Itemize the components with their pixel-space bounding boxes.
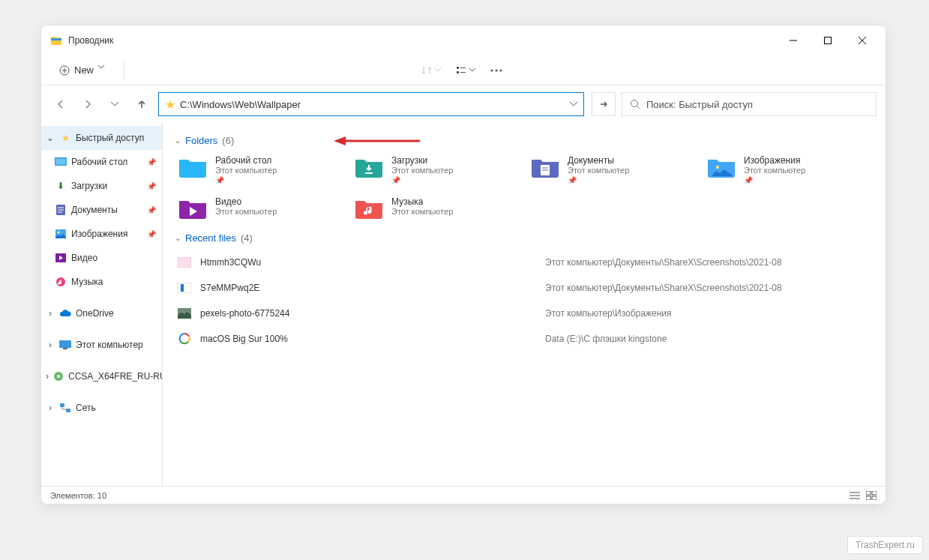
music-icon	[55, 276, 67, 288]
star-icon: ★	[59, 132, 71, 144]
recent-count: (4)	[241, 232, 253, 244]
sort-button[interactable]	[421, 65, 441, 76]
document-icon	[55, 204, 67, 216]
up-button[interactable]	[131, 94, 152, 115]
chevron-right-icon: ›	[46, 403, 55, 413]
chevron-down-icon: ⌄	[175, 234, 181, 242]
minimize-button[interactable]	[776, 28, 811, 52]
svg-rect-37	[178, 257, 191, 268]
folder-documents[interactable]: ДокументыЭтот компьютер📌	[527, 152, 697, 187]
folder-icon	[354, 196, 384, 220]
svg-point-11	[490, 69, 493, 71]
svg-point-14	[631, 100, 638, 107]
svg-rect-8	[457, 71, 459, 73]
sidebar-videos[interactable]: Видео	[41, 246, 162, 270]
svg-rect-39	[181, 284, 184, 292]
recent-header[interactable]: ⌄ Recent files (4)	[175, 232, 874, 244]
sidebar-pictures[interactable]: Изображения 📌	[41, 222, 162, 246]
recent-item[interactable]: macOS Big Sur 100% Data (E:)\С флэшки ki…	[175, 326, 874, 352]
explorer-icon	[50, 34, 62, 46]
sidebar-downloads[interactable]: ⬇ Загрузки 📌	[41, 174, 162, 198]
statusbar: Элементов: 10	[41, 486, 886, 504]
forward-button[interactable]	[77, 94, 98, 115]
view-button[interactable]	[456, 65, 475, 76]
download-icon: ⬇	[55, 180, 67, 192]
sidebar-ccsa[interactable]: › CCSA_X64FRE_RU-RU	[41, 364, 162, 388]
recent-item[interactable]: pexels-photo-6775244 Этот компьютер\Изоб…	[175, 301, 874, 326]
sidebar-item-label: Документы	[71, 205, 118, 215]
recent-locations-button[interactable]	[104, 94, 125, 115]
sidebar-quick-access[interactable]: ⌄ ★ Быстрый доступ	[41, 126, 162, 150]
folder-icon	[706, 155, 736, 179]
sidebar-desktop[interactable]: Рабочий стол 📌	[41, 150, 162, 174]
svg-line-15	[637, 106, 640, 109]
star-icon: ★	[165, 97, 175, 112]
sidebar-item-label: Рабочий стол	[71, 157, 127, 167]
recent-list: Htmmh3CQWu Этот компьютер\Документы\Shar…	[175, 250, 874, 352]
body: ⌄ ★ Быстрый доступ Рабочий стол 📌 ⬇ Загр…	[41, 123, 886, 486]
sidebar-this-pc[interactable]: › Этот компьютер	[41, 333, 162, 357]
svg-rect-38	[178, 283, 191, 293]
folder-icon	[354, 155, 384, 179]
address-dropdown[interactable]	[570, 102, 577, 106]
folder-music[interactable]: МузыкаЭтот компьютер	[351, 193, 521, 223]
navbar: ★	[41, 85, 886, 123]
folder-pictures[interactable]: ИзображенияЭтот компьютер📌	[703, 152, 874, 187]
new-button[interactable]: New	[50, 61, 118, 79]
explorer-window: Проводник New	[41, 25, 886, 504]
folder-videos[interactable]: ВидеоЭтот компьютер	[175, 193, 345, 223]
recent-label: Recent files	[185, 232, 236, 244]
pin-icon: 📌	[147, 182, 156, 190]
sidebar-item-label: Музыка	[71, 277, 103, 287]
sidebar-documents[interactable]: Документы 📌	[41, 198, 162, 222]
titlebar: Проводник	[41, 25, 886, 55]
window-title: Проводник	[68, 35, 776, 46]
search-bar[interactable]	[622, 92, 877, 116]
search-input[interactable]	[646, 99, 868, 110]
thumbnails-view-button[interactable]	[866, 491, 877, 500]
svg-point-13	[499, 69, 502, 71]
search-icon	[630, 99, 640, 109]
pin-icon: 📌	[568, 176, 629, 184]
svg-rect-17	[56, 159, 66, 165]
folder-icon	[178, 196, 208, 220]
address-input[interactable]	[180, 99, 565, 110]
pin-icon: 📌	[147, 158, 156, 166]
close-button[interactable]	[845, 28, 880, 52]
svg-rect-48	[872, 496, 877, 500]
recent-item[interactable]: Htmmh3CQWu Этот компьютер\Документы\Shar…	[175, 250, 874, 275]
chevron-down-icon: ⌄	[46, 133, 55, 143]
svg-rect-26	[59, 340, 71, 348]
window-controls	[776, 28, 880, 52]
cloud-icon	[59, 307, 71, 319]
folder-desktop[interactable]: Рабочий столЭтот компьютер📌	[175, 152, 345, 187]
maximize-button[interactable]	[811, 28, 845, 52]
network-icon	[59, 402, 71, 414]
image-thumb-icon	[178, 332, 191, 346]
folders-header[interactable]: ⌄ Folders (6)	[175, 135, 874, 146]
chevron-down-icon: ⌄	[175, 136, 181, 145]
new-label: New	[74, 64, 94, 76]
svg-point-12	[495, 69, 497, 71]
sidebar: ⌄ ★ Быстрый доступ Рабочий стол 📌 ⬇ Загр…	[41, 123, 163, 486]
main-content: ⌄ Folders (6) Рабочий столЭтот компьютер…	[163, 123, 886, 486]
sidebar-onedrive[interactable]: › OneDrive	[41, 301, 162, 325]
desktop-icon	[55, 156, 67, 168]
details-view-button[interactable]	[850, 491, 860, 500]
more-button[interactable]	[490, 69, 502, 72]
watermark: TrashExpert.ru	[847, 536, 923, 554]
folders-label: Folders	[185, 135, 217, 146]
folder-icon	[530, 155, 560, 179]
go-button[interactable]	[592, 92, 616, 116]
svg-rect-1	[825, 37, 832, 44]
sidebar-network[interactable]: › Сеть	[41, 396, 162, 420]
svg-rect-30	[60, 403, 64, 407]
toolbar-divider	[124, 61, 124, 79]
back-button[interactable]	[50, 94, 71, 115]
folder-downloads[interactable]: ЗагрузкиЭтот компьютер📌	[351, 152, 521, 187]
sidebar-music[interactable]: Музыка	[41, 270, 162, 294]
address-bar[interactable]: ★	[158, 92, 584, 116]
folder-icon	[178, 155, 208, 179]
recent-item[interactable]: S7eMMPwq2E Этот компьютер\Документы\Shar…	[175, 275, 874, 301]
sidebar-item-label: Быстрый доступ	[76, 133, 144, 143]
